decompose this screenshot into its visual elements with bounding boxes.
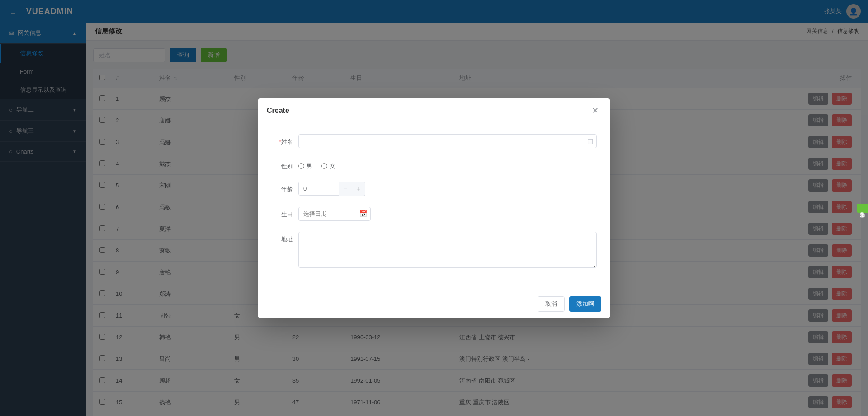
- radio-female-input[interactable]: [321, 163, 327, 169]
- confirm-button[interactable]: 添加啊: [569, 296, 601, 312]
- modal-title: Create: [267, 107, 289, 115]
- gender-radio-group: 男 女: [298, 159, 335, 170]
- age-input[interactable]: 0: [298, 182, 339, 196]
- form-row-address: 地址: [271, 232, 597, 268]
- name-input[interactable]: [298, 134, 597, 148]
- name-input-wrapper: ▤: [298, 134, 597, 148]
- gender-label: 性别: [271, 159, 298, 171]
- modal-header: Create ✕: [258, 98, 610, 123]
- form-row-birthday: 生日 📅: [271, 207, 597, 221]
- radio-male-label: 男: [307, 162, 312, 170]
- age-input-wrapper: 0 − +: [298, 182, 365, 196]
- radio-male-input[interactable]: [298, 163, 304, 169]
- cancel-button[interactable]: 取消: [538, 296, 565, 312]
- radio-male[interactable]: 男: [298, 162, 312, 170]
- radio-female[interactable]: 女: [321, 162, 335, 170]
- radio-female-label: 女: [330, 162, 335, 170]
- age-label: 年龄: [271, 182, 298, 193]
- modal-overlay[interactable]: Create ✕ *姓名 ▤ 性别 男: [0, 0, 868, 416]
- calendar-icon: 📅: [359, 210, 367, 217]
- address-label: 地址: [271, 232, 298, 243]
- modal-body: *姓名 ▤ 性别 男 女: [258, 123, 610, 290]
- address-textarea[interactable]: [298, 232, 597, 268]
- form-row-gender: 性别 男 女: [271, 159, 597, 171]
- feedback-tab[interactable]: 意见反馈: [857, 204, 868, 213]
- age-decrement-button[interactable]: −: [339, 182, 352, 196]
- age-increment-button[interactable]: +: [352, 182, 365, 196]
- birthday-label: 生日: [271, 207, 298, 219]
- name-label: *姓名: [271, 134, 298, 146]
- birthday-input-wrapper: 📅: [298, 207, 371, 221]
- create-modal: Create ✕ *姓名 ▤ 性别 男: [258, 98, 610, 318]
- input-clear-icon: ▤: [587, 137, 593, 145]
- modal-close-button[interactable]: ✕: [589, 106, 601, 116]
- form-row-name: *姓名 ▤: [271, 134, 597, 148]
- modal-footer: 取消 添加啊: [258, 290, 610, 318]
- form-row-age: 年龄 0 − +: [271, 182, 597, 196]
